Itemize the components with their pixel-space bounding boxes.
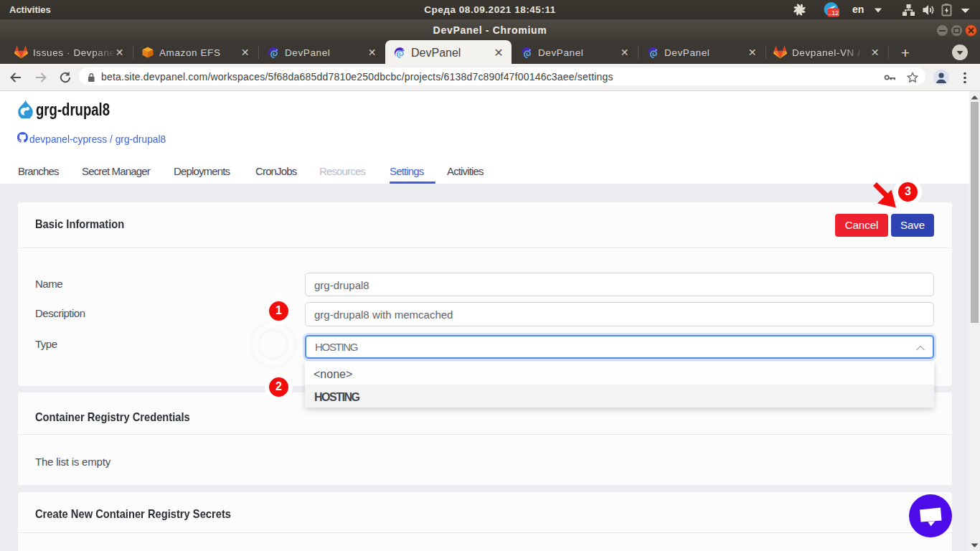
svg-text:..12: ..12 — [828, 9, 839, 17]
